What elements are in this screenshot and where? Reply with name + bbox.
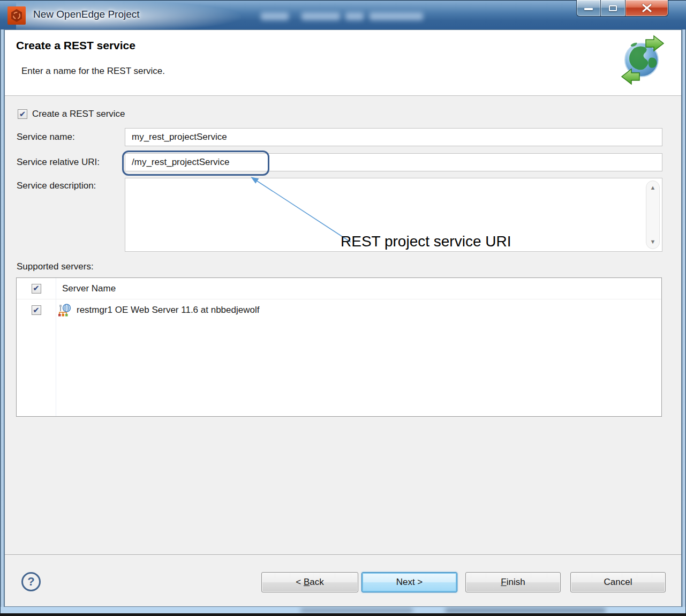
server-name-column-header: Server Name: [62, 283, 116, 294]
annotation-text: REST project service URI: [341, 233, 511, 250]
minimize-icon: [584, 8, 593, 10]
server-row-checkbox[interactable]: ✔: [32, 305, 41, 315]
service-relative-uri-label: Service relative URI:: [17, 157, 100, 168]
openedge-app-icon: [7, 6, 26, 25]
close-button[interactable]: [625, 0, 668, 17]
minimize-button[interactable]: [576, 0, 600, 17]
checkmark-icon: ✔: [19, 110, 26, 118]
close-icon: [641, 4, 653, 12]
server-row[interactable]: ✔: [17, 299, 661, 321]
help-icon: ?: [27, 575, 34, 589]
finish-button[interactable]: Finish: [465, 572, 561, 592]
select-all-checkbox[interactable]: ✔: [32, 284, 41, 294]
window-border-right: [682, 29, 686, 607]
blurred-background-text: [345, 12, 364, 20]
globe-sync-icon: [618, 33, 672, 87]
create-rest-service-checkbox[interactable]: ✔: [18, 109, 27, 119]
new-openedge-project-dialog: New OpenEdge Project Create a REST servi…: [0, 0, 686, 616]
create-rest-service-label: Create a REST service: [32, 109, 125, 119]
window-title: New OpenEdge Project: [33, 9, 140, 20]
service-name-label: Service name:: [17, 132, 75, 142]
window-controls: [576, 0, 668, 17]
checkmark-icon: ✔: [33, 306, 40, 314]
service-relative-uri-input[interactable]: [125, 153, 662, 171]
blurred-background: [445, 608, 606, 613]
page-title: Create a REST service: [16, 39, 135, 52]
blurred-background-text: [370, 12, 423, 20]
maximize-icon: [609, 5, 617, 11]
service-name-input[interactable]: [125, 128, 662, 146]
checkmark-icon: ✔: [33, 284, 40, 292]
supported-servers-table: ✔ Server Name ✔: [16, 277, 662, 417]
server-name: restmgr1 OE Web Server 11.6 at nbbedjewo…: [77, 305, 259, 315]
window-border-bottom: [0, 607, 686, 613]
service-description-label: Service description:: [17, 181, 96, 191]
web-server-icon: [57, 304, 71, 317]
supported-servers-label: Supported servers:: [17, 261, 94, 272]
wizard-header: Create a REST service Enter a name for t…: [5, 30, 681, 96]
dialog-client-area: Create a REST service Enter a name for t…: [4, 29, 682, 607]
scroll-up-icon[interactable]: ▲: [650, 185, 656, 191]
blurred-background: [300, 608, 413, 613]
scroll-down-icon[interactable]: ▼: [650, 239, 656, 245]
blurred-background-text: [261, 12, 289, 20]
footer-separator: [5, 554, 681, 555]
description-scrollbar[interactable]: ▲ ▼: [646, 181, 660, 249]
page-subtitle: Enter a name for the REST service.: [21, 66, 165, 77]
back-button[interactable]: < Back: [261, 572, 358, 592]
cancel-button[interactable]: Cancel: [570, 572, 666, 592]
table-header-row: ✔ Server Name: [17, 278, 661, 299]
screen-edge: [0, 613, 686, 616]
maximize-button[interactable]: [600, 0, 625, 17]
help-button[interactable]: ?: [21, 572, 41, 591]
blurred-background-text: [301, 12, 340, 20]
create-rest-service-row: ✔ Create a REST service: [18, 109, 125, 119]
window-border-left: [0, 29, 4, 607]
next-button[interactable]: Next >: [361, 572, 457, 592]
